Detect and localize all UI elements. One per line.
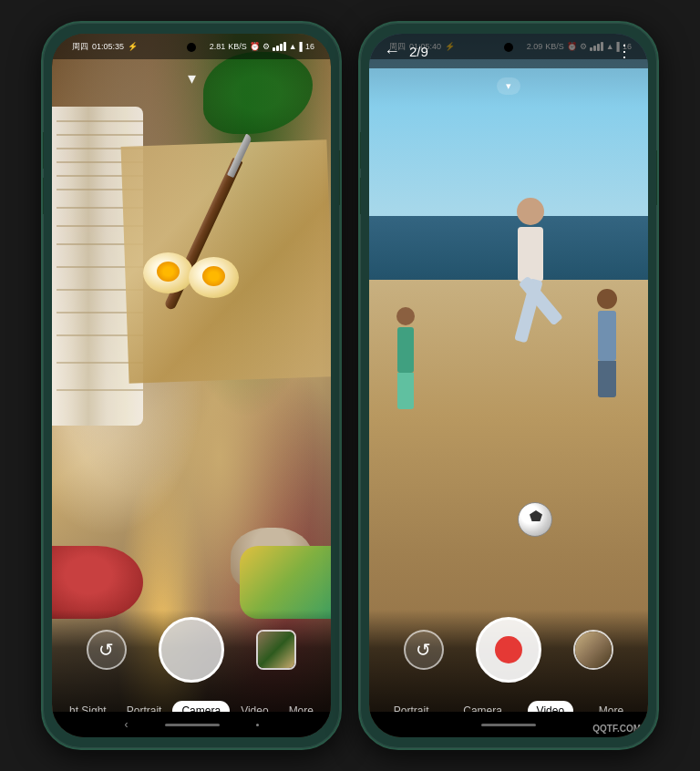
figure-body-main — [503, 198, 558, 362]
person-left-legs — [397, 373, 414, 409]
yellow-items-visual — [240, 546, 331, 619]
volume-down-button-2[interactable] — [358, 178, 361, 214]
nav-home-bar-2[interactable] — [481, 724, 536, 726]
network-speed: 2.81 — [210, 42, 226, 51]
phone-1: ▾ 周四 01:05:35 ⚡ 2.81 KB/S ⏰ ⚙ — [41, 21, 342, 750]
front-camera-hole — [187, 43, 196, 52]
power-button[interactable] — [339, 150, 342, 205]
viewer-title: 2/9 — [409, 44, 428, 59]
scroll-down-arrow[interactable]: ▾ — [188, 68, 196, 88]
phone-2: 周四 01:05:40 ⚡ 2.09 KB/S ⏰ ⚙ ▲ — [358, 21, 659, 750]
person-right-body — [598, 311, 616, 361]
nav-back-1[interactable]: ‹ — [125, 718, 129, 731]
signal-bars — [273, 42, 286, 51]
person-left-body — [397, 327, 414, 373]
more-options-button[interactable]: ⋮ — [616, 41, 633, 61]
gallery-thumbnail-2[interactable] — [573, 630, 613, 670]
flash-icon: ⚡ — [128, 42, 138, 51]
clock-icon: ⏰ — [250, 42, 260, 51]
person-right-head — [597, 289, 617, 309]
kicking-person — [476, 198, 585, 380]
status-left: 周四 01:05:35 ⚡ — [72, 41, 138, 53]
day-label: 周四 — [72, 41, 88, 53]
nav-bar-1: ‹ — [52, 712, 331, 737]
nav-home-bar-1[interactable] — [165, 724, 220, 726]
status-right: 2.81 KB/S ⏰ ⚙ ▲ ▌16 — [210, 42, 314, 51]
record-button[interactable] — [476, 617, 541, 683]
power-button-2[interactable] — [656, 150, 659, 205]
figure-head-main — [517, 198, 544, 225]
phone-1-screen: ▾ 周四 01:05:35 ⚡ 2.81 KB/S ⏰ ⚙ — [52, 34, 331, 737]
flip-icon-2: ↺ — [416, 639, 431, 661]
front-camera-hole-2 — [504, 43, 513, 52]
network-unit: KB/S — [228, 42, 247, 51]
volume-up-button-2[interactable] — [358, 132, 361, 169]
volume-down-button[interactable] — [41, 178, 44, 214]
watermark: QQTF.COM — [592, 724, 641, 734]
shutter-button-1[interactable] — [159, 617, 224, 683]
person-left — [387, 307, 424, 416]
soccer-ball — [518, 502, 552, 537]
veggies-visual — [203, 52, 313, 134]
thumbnail-preview-1 — [258, 632, 294, 668]
battery-icon: ▌16 — [300, 42, 314, 51]
nav-indicator-1 — [256, 724, 259, 726]
person-right-legs — [598, 361, 616, 397]
flip-camera-button[interactable]: ↺ — [87, 630, 127, 670]
phone-2-body: 周四 01:05:40 ⚡ 2.09 KB/S ⏰ ⚙ ▲ — [358, 21, 659, 750]
volume-up-button[interactable] — [41, 132, 44, 169]
cloud-scroll-indicator[interactable]: ▾ — [497, 77, 520, 95]
flip-icon: ↺ — [98, 639, 114, 661]
red-dish-visual — [52, 546, 143, 619]
flip-camera-button-2[interactable]: ↺ — [404, 630, 444, 670]
thumbnail-preview-2 — [575, 632, 612, 668]
settings-icon: ⚙ — [262, 42, 270, 51]
time-display: 01:05:35 — [92, 42, 124, 51]
top-bar-left: ← 2/9 — [384, 42, 428, 61]
person-right — [584, 289, 630, 407]
back-button[interactable]: ← — [384, 42, 400, 61]
wifi-icon: ▲ — [289, 42, 297, 51]
gallery-thumbnail-1[interactable] — [256, 630, 296, 670]
figure-torso-main — [518, 227, 543, 282]
phone-1-body: ▾ 周四 01:05:35 ⚡ 2.81 KB/S ⏰ ⚙ — [41, 21, 342, 750]
phone-2-screen: 周四 01:05:40 ⚡ 2.09 KB/S ⏰ ⚙ ▲ — [369, 34, 648, 737]
person-left-head — [396, 307, 415, 325]
shutter-row-2: ↺ — [369, 617, 648, 683]
record-dot — [495, 636, 522, 663]
shutter-row-1: ↺ — [52, 617, 331, 683]
